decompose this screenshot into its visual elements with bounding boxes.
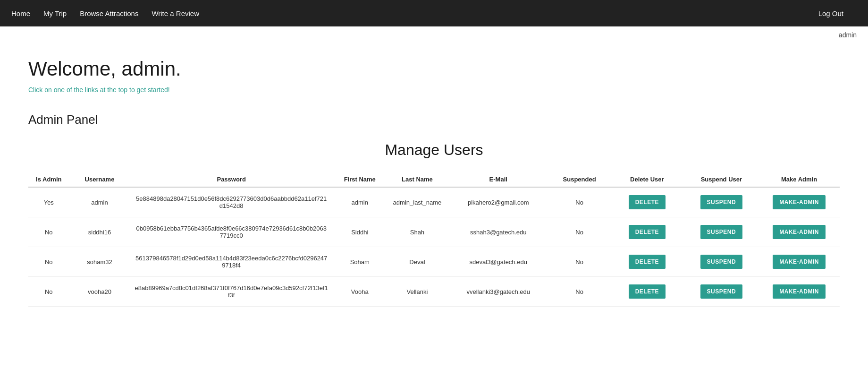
nav-my-trip[interactable]: My Trip	[43, 9, 67, 17]
main-content: Welcome, admin. Click on one of the link…	[0, 39, 868, 326]
password-cell: 5e884898da28047151d0e56f8dc6292773603d0d…	[130, 187, 333, 217]
suspend-button[interactable]: SUSPEND	[700, 284, 743, 299]
username-cell: soham32	[69, 247, 130, 277]
username-cell: admin	[69, 187, 130, 217]
col-password: Password	[130, 172, 333, 187]
col-suspend-user: Suspend User	[684, 172, 759, 187]
col-make-admin: Make Admin	[758, 172, 840, 187]
suspend-cell: SUSPEND	[684, 247, 759, 277]
nav-logout[interactable]: Log Out	[818, 9, 843, 17]
nav-browse-attractions[interactable]: Browse Attractions	[80, 9, 138, 17]
email-cell: sshah3@gatech.edu	[447, 217, 549, 247]
suspend-button[interactable]: SUSPEND	[700, 225, 743, 239]
email-cell: vvellanki3@gatech.edu	[447, 277, 549, 307]
last-name-cell: Vellanki	[387, 277, 448, 307]
table-row: Nosiddhi160b0958b61ebba7756b4365afde8f0e…	[28, 217, 840, 247]
delete-button[interactable]: DELETE	[629, 255, 666, 269]
is-admin-cell: No	[28, 247, 69, 277]
first-name-cell: Vooha	[333, 277, 387, 307]
suspended-cell: No	[549, 247, 610, 277]
col-delete-user: Delete User	[610, 172, 684, 187]
nav-write-review[interactable]: Write a Review	[152, 9, 199, 17]
table-row: Novooha20e8ab89969a7cd8c01df268af371f0f7…	[28, 277, 840, 307]
username-cell: vooha20	[69, 277, 130, 307]
last-name-cell: Shah	[387, 217, 448, 247]
col-first-name: First Name	[333, 172, 387, 187]
suspend-button[interactable]: SUSPEND	[700, 255, 743, 269]
delete-button[interactable]: DELETE	[629, 284, 666, 299]
is-admin-cell: No	[28, 217, 69, 247]
delete-button[interactable]: DELETE	[629, 225, 666, 239]
nav-home[interactable]: Home	[11, 9, 30, 17]
first-name-cell: admin	[333, 187, 387, 217]
make-admin-button[interactable]: MAKE-ADMIN	[773, 284, 826, 299]
is-admin-cell: Yes	[28, 187, 69, 217]
suspend-cell: SUSPEND	[684, 187, 759, 217]
make-admin-button[interactable]: MAKE-ADMIN	[773, 225, 826, 239]
delete-button[interactable]: DELETE	[629, 195, 666, 209]
suspend-cell: SUSPEND	[684, 217, 759, 247]
col-suspended: Suspended	[549, 172, 610, 187]
col-last-name: Last Name	[387, 172, 448, 187]
admin-panel-heading: Admin Panel	[28, 112, 840, 127]
suspended-cell: No	[549, 277, 610, 307]
password-cell: 561379846578f1d29d0ed58a114b4d83f23eeda0…	[130, 247, 333, 277]
last-name-cell: admin_last_name	[387, 187, 448, 217]
delete-cell: DELETE	[610, 247, 684, 277]
current-user-label: admin	[839, 31, 857, 39]
suspend-button[interactable]: SUSPEND	[700, 195, 743, 209]
user-bar: admin	[0, 26, 868, 39]
make-admin-cell: MAKE-ADMIN	[758, 187, 840, 217]
make-admin-button[interactable]: MAKE-ADMIN	[773, 255, 826, 269]
first-name-cell: Soham	[333, 247, 387, 277]
delete-cell: DELETE	[610, 277, 684, 307]
suspend-cell: SUSPEND	[684, 277, 759, 307]
last-name-cell: Deval	[387, 247, 448, 277]
username-cell: siddhi16	[69, 217, 130, 247]
col-email: E-Mail	[447, 172, 549, 187]
password-cell: 0b0958b61ebba7756b4365afde8f0e66c380974e…	[130, 217, 333, 247]
col-username: Username	[69, 172, 130, 187]
email-cell: pikahero2@gmail.com	[447, 187, 549, 217]
password-cell: e8ab89969a7cd8c01df268af371f0f767d16d0e7…	[130, 277, 333, 307]
col-is-admin: Is Admin	[28, 172, 69, 187]
manage-users-heading: Manage Users	[28, 141, 840, 159]
delete-cell: DELETE	[610, 187, 684, 217]
suspended-cell: No	[549, 187, 610, 217]
navigation: Home My Trip Browse Attractions Write a …	[0, 0, 868, 26]
welcome-heading: Welcome, admin.	[28, 58, 840, 80]
is-admin-cell: No	[28, 277, 69, 307]
welcome-subtext: Click on one of the links at the top to …	[28, 86, 840, 94]
delete-cell: DELETE	[610, 217, 684, 247]
email-cell: sdeval3@gatech.edu	[447, 247, 549, 277]
make-admin-cell: MAKE-ADMIN	[758, 277, 840, 307]
users-table: Is Admin Username Password First Name La…	[28, 172, 840, 307]
table-header-row: Is Admin Username Password First Name La…	[28, 172, 840, 187]
make-admin-cell: MAKE-ADMIN	[758, 217, 840, 247]
first-name-cell: Siddhi	[333, 217, 387, 247]
make-admin-button[interactable]: MAKE-ADMIN	[773, 195, 826, 209]
table-row: Yesadmin5e884898da28047151d0e56f8dc62927…	[28, 187, 840, 217]
table-row: Nosoham32561379846578f1d29d0ed58a114b4d8…	[28, 247, 840, 277]
make-admin-cell: MAKE-ADMIN	[758, 247, 840, 277]
suspended-cell: No	[549, 217, 610, 247]
